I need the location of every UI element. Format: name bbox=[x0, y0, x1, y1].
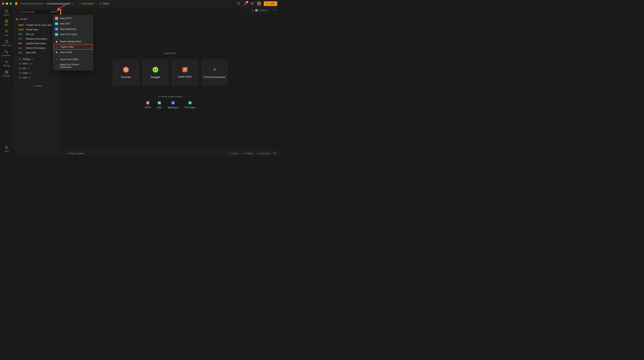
help-button[interactable] bbox=[273, 152, 276, 155]
rail-trash[interactable]: Trash bbox=[4, 146, 9, 152]
dropdown-item[interactable]: 📁New Folder bbox=[53, 50, 93, 55]
user-plus-icon bbox=[266, 2, 268, 5]
dropdown-item[interactable]: TCPNew TCP Client bbox=[53, 32, 93, 37]
share-button[interactable]: Share bbox=[98, 1, 111, 6]
menu-item-label: New SSE bbox=[60, 22, 70, 25]
search-input-container[interactable]: All ▾ bbox=[16, 9, 59, 14]
list-toggle-button[interactable] bbox=[272, 8, 277, 13]
svg-point-21 bbox=[252, 10, 253, 10]
dropdown-item[interactable]: ↘Import cURL bbox=[54, 44, 92, 50]
dropdown-item[interactable]: 📋Paste Interface/Text bbox=[53, 39, 93, 44]
svg-point-20 bbox=[252, 9, 254, 11]
dropdown-item[interactable]: MNew Markdown bbox=[53, 26, 93, 32]
dropdown-item[interactable]: ✦Import by Chrome Extensions bbox=[53, 62, 93, 70]
method-badge: SSE bbox=[18, 52, 24, 54]
folder-item[interactable]: ›user(7) bbox=[13, 75, 61, 80]
all-api-label[interactable]: All API bbox=[20, 18, 50, 20]
folder-icon bbox=[19, 76, 22, 79]
chevron-right-icon: › bbox=[16, 68, 18, 69]
create-request-item[interactable]: MMarkdown bbox=[168, 101, 178, 109]
request-type-icon: TCP bbox=[188, 101, 192, 104]
chevron-right-icon: › bbox=[16, 58, 18, 60]
rail-history[interactable]: History bbox=[4, 9, 10, 16]
create-request-item[interactable]: SSESSE bbox=[157, 101, 162, 109]
import-card[interactable]: ✦Chrome Extensions bbox=[201, 59, 228, 86]
rail-settings[interactable]: Settings bbox=[3, 60, 10, 67]
import-card[interactable]: IJIntelliJ IDEA bbox=[172, 59, 198, 86]
create-request-item[interactable]: ⎋HTTP bbox=[145, 101, 151, 109]
new-project-label: New project bbox=[82, 2, 94, 5]
window-close[interactable] bbox=[2, 2, 4, 5]
svg-rect-16 bbox=[16, 19, 18, 19]
filter-dropdown[interactable]: All ▾ bbox=[51, 10, 57, 13]
new-tab-button[interactable]: + bbox=[63, 9, 65, 12]
dropdown-item[interactable]: ⎋New HTTP bbox=[53, 16, 93, 21]
app-logo-icon bbox=[14, 1, 18, 6]
share-label: Share bbox=[103, 2, 109, 5]
request-type-icon: ⎋ bbox=[146, 101, 149, 104]
rail-schemas[interactable]: Schemas bbox=[2, 50, 10, 56]
rail-apis[interactable]: APIs bbox=[4, 19, 8, 26]
folder-name: user bbox=[22, 76, 27, 79]
search-input[interactable] bbox=[21, 10, 50, 13]
cookie-icon bbox=[229, 152, 231, 155]
manage-icon bbox=[4, 70, 8, 74]
method-badge: PUT bbox=[18, 38, 24, 40]
env-label: Default bbox=[259, 9, 266, 12]
svg-point-26 bbox=[257, 153, 258, 153]
help-icon bbox=[273, 152, 276, 155]
rail-tests[interactable]: Tests bbox=[4, 29, 8, 36]
card-label: Postman bbox=[121, 76, 131, 78]
rail-manage-label: Manage bbox=[3, 75, 10, 77]
postman-icon bbox=[123, 67, 129, 72]
community-link[interactable]: Community bbox=[256, 152, 270, 155]
chevron-right-icon: › bbox=[16, 72, 18, 74]
separator bbox=[53, 38, 93, 38]
filter-label: All bbox=[53, 10, 55, 13]
rail-share-docs-label: Share Docs bbox=[2, 44, 12, 46]
import-card[interactable]: {···}Swagger bbox=[142, 59, 169, 86]
window-maximize[interactable] bbox=[10, 2, 12, 5]
svg-point-7 bbox=[5, 50, 6, 51]
folder-count: (2) bbox=[32, 58, 34, 60]
collapse-sidebar-button[interactable]: ← Collapse Sidebar bbox=[64, 152, 84, 155]
cookie-link[interactable]: Cookie bbox=[229, 152, 239, 155]
menu-item-label: New Markdown bbox=[60, 28, 76, 30]
method-badge: GET bbox=[18, 33, 24, 35]
breadcrumb-workspace[interactable]: Cora personal space bbox=[20, 2, 43, 5]
folder-icon bbox=[19, 58, 22, 60]
notifications-button[interactable]: 3 bbox=[243, 1, 248, 6]
create-button[interactable]: + Create bbox=[16, 83, 59, 89]
dropdown-item[interactable]: SSENew SSE bbox=[53, 21, 93, 26]
new-project-button[interactable]: + New project bbox=[78, 1, 96, 6]
community-label: Community bbox=[259, 152, 270, 155]
svg-point-9 bbox=[6, 61, 7, 62]
svg-point-24 bbox=[229, 152, 231, 154]
dropdown-item[interactable]: IJImport from IDEA bbox=[53, 57, 93, 62]
save-button[interactable] bbox=[250, 1, 254, 6]
settings-link[interactable]: Settings bbox=[242, 152, 253, 155]
invite-button[interactable]: Invite bbox=[264, 1, 277, 6]
nav-forward-button[interactable]: › bbox=[247, 9, 248, 12]
tab-more-button[interactable]: ⋯ bbox=[67, 9, 69, 12]
create-request-item[interactable]: TCPTCP Client bbox=[184, 101, 196, 109]
breadcrumb-project[interactable]: Cora personal project bbox=[47, 2, 70, 5]
environment-selector[interactable]: D Default ▾ bbox=[250, 8, 270, 12]
folder-item[interactable]: ›store(4) bbox=[13, 71, 61, 75]
avatar[interactable] bbox=[257, 1, 262, 6]
nav-back-button[interactable]: ‹ bbox=[245, 9, 246, 12]
api-name: New SSE bbox=[26, 51, 36, 54]
menu-item-label: Import cURL bbox=[60, 45, 74, 48]
list-icon bbox=[16, 18, 18, 20]
import-card[interactable]: Postman bbox=[112, 59, 139, 86]
sync-button[interactable] bbox=[236, 1, 241, 6]
chevron-down-icon[interactable]: ▼ bbox=[72, 2, 74, 4]
api-name: Delete Information bbox=[26, 47, 45, 49]
window-minimize[interactable] bbox=[6, 2, 8, 5]
cookie-label: Cookie bbox=[232, 152, 239, 155]
rail-manage[interactable]: Manage bbox=[3, 70, 10, 77]
rail-share-docs[interactable]: Share Docs bbox=[2, 40, 12, 46]
menu-item-icon: ✦ bbox=[55, 64, 58, 67]
share-icon bbox=[100, 2, 102, 5]
folder-name: store bbox=[22, 72, 28, 74]
